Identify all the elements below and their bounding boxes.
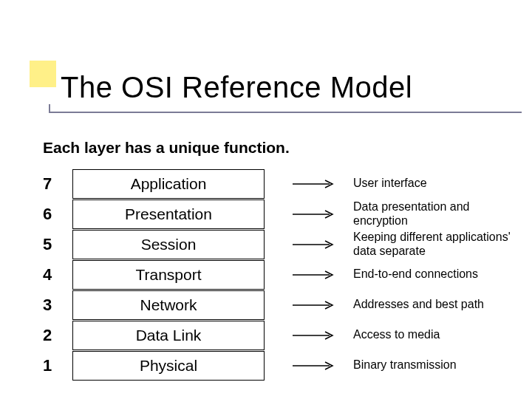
layer-name: Data Link (136, 327, 202, 344)
layer-row: 1 Physical Binary transmission (43, 350, 526, 381)
layer-row: 5 Session Keeping different applications… (43, 229, 526, 259)
layer-row: 4 Transport End-to-end connections (43, 259, 526, 290)
layer-number: 1 (43, 356, 72, 375)
layer-name: Session (141, 236, 197, 253)
layer-description: Data presentation and encryption (353, 200, 526, 228)
arrow-icon (285, 210, 344, 219)
layer-number: 5 (43, 235, 72, 254)
layer-row: 2 Data Link Access to media (43, 320, 526, 350)
title-block: The OSI Reference Model (30, 71, 412, 112)
layer-name-box: Network (72, 290, 265, 320)
layer-row: 6 Presentation Data presentation and enc… (43, 199, 526, 229)
layer-description: Access to media (353, 328, 526, 341)
layer-description: Binary transmission (353, 358, 526, 372)
layer-description: Addresses and best path (353, 298, 526, 311)
layer-number: 3 (43, 296, 72, 315)
arrow-icon (285, 180, 344, 188)
layer-description: End-to-end connections (353, 267, 526, 281)
layer-name-box: Session (72, 230, 265, 259)
layer-name: Transport (135, 266, 201, 284)
layers-table: 7 Application User interface 6 Presentat… (43, 168, 526, 381)
arrow-icon (285, 361, 344, 370)
layer-number: 2 (43, 326, 72, 345)
arrow-icon (285, 240, 344, 249)
layer-name: Physical (140, 357, 197, 375)
arrow-icon (285, 301, 344, 310)
page-title: The OSI Reference Model (30, 71, 412, 112)
layer-name: Network (140, 296, 197, 314)
layer-name-box: Application (72, 169, 265, 199)
layer-name-box: Presentation (72, 200, 265, 229)
layer-number: 4 (43, 265, 72, 284)
layer-description: User interface (353, 177, 526, 190)
layer-number: 6 (43, 205, 72, 224)
layer-name-box: Data Link (72, 321, 265, 350)
layer-name-box: Physical (72, 351, 265, 381)
layer-name: Presentation (125, 205, 212, 223)
layer-name-box: Transport (72, 260, 265, 290)
layer-number: 7 (43, 174, 72, 194)
layer-row: 7 Application User interface (43, 168, 526, 199)
arrow-icon (285, 331, 344, 340)
layer-row: 3 Network Addresses and best path (43, 290, 526, 320)
title-underline (49, 112, 522, 113)
arrow-icon (285, 270, 344, 279)
layer-description: Keeping different applications' data sep… (353, 231, 526, 258)
layer-name: Application (131, 175, 207, 193)
subtitle: Each layer has a unique function. (43, 139, 290, 157)
